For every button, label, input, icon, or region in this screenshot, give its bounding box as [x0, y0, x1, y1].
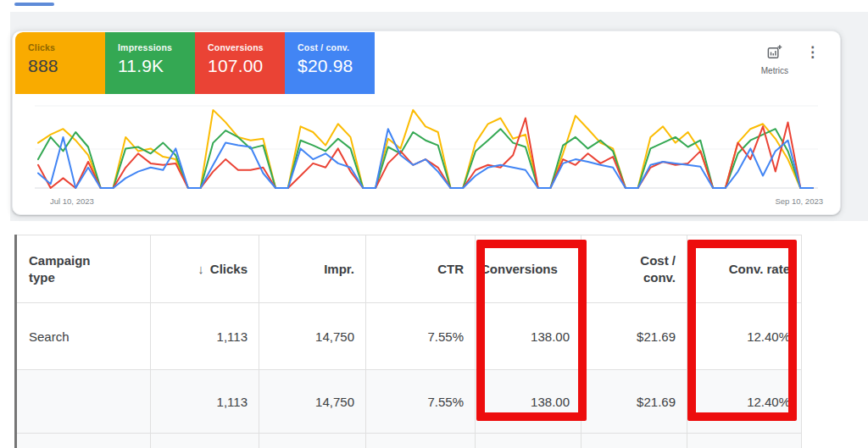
table-cell-1-4: 7.55% — [366, 303, 476, 370]
column-header-label: Campaign type — [29, 252, 120, 285]
table-cell-1-2: 1,113 — [151, 303, 259, 370]
scorecard-value: 11.9K — [118, 56, 195, 76]
chart-x-axis: Jul 10, 2023 Sep 10, 2023 — [25, 196, 828, 206]
metrics-button[interactable]: Metrics — [761, 44, 788, 75]
table-cell-partial-6 — [581, 434, 687, 448]
column-header-conv-rate[interactable]: Conv. rate — [687, 235, 802, 303]
axis-end-date: Sep 10, 2023 — [775, 196, 823, 206]
card-controls: Metrics ⋮ — [761, 44, 823, 75]
table-cell-partial-5 — [476, 434, 581, 448]
table-cell-2-7: 12.40% — [687, 370, 802, 434]
scorecard-conversions[interactable]: Conversions107.00 — [195, 32, 285, 94]
scorecard-label: Conversions — [208, 42, 285, 53]
column-header-ctr[interactable]: CTR — [366, 235, 476, 303]
scorecard-clicks[interactable]: Clicks888 — [15, 32, 105, 94]
scorecard-label: Cost / conv. — [298, 42, 375, 53]
column-header-conversions[interactable]: Conversions — [476, 235, 581, 303]
timeseries-chart: Jul 10, 2023 Sep 10, 2023 — [25, 102, 828, 206]
metric-scorecards: Clicks888Impressions11.9KConversions107.… — [15, 32, 375, 94]
table-cell-2-4: 7.55% — [366, 370, 476, 434]
table-cell-partial-4 — [366, 434, 476, 448]
column-header-label: Impr. — [324, 261, 354, 278]
scorecard-cost-conv[interactable]: Cost / conv.$20.98 — [285, 32, 375, 94]
performance-chart-card: Clicks888Impressions11.9KConversions107.… — [12, 30, 841, 215]
scorecard-value: 107.00 — [208, 56, 285, 76]
table-cell-1-6: $21.69 — [581, 303, 687, 370]
table-cell-2-5: 138.00 — [476, 370, 581, 434]
axis-start-date: Jul 10, 2023 — [50, 196, 94, 206]
table-cell-2-1 — [17, 370, 151, 434]
table-cell-2-3: 14,750 — [259, 370, 366, 434]
table-cell-1-3: 14,750 — [259, 303, 366, 370]
sort-descending-icon: ↓ — [198, 261, 204, 278]
metrics-button-label: Metrics — [761, 66, 788, 75]
column-header-label: Clicks — [210, 261, 248, 278]
metrics-chart-plus-icon — [766, 44, 782, 64]
column-header-impr[interactable]: Impr. — [259, 235, 366, 303]
google-ads-report-page: Clicks888Impressions11.9KConversions107.… — [0, 0, 868, 448]
scorecard-label: Impressions — [118, 42, 195, 53]
table-cell-partial-3 — [259, 434, 366, 448]
column-header-label: Cost / conv. — [625, 252, 676, 285]
table-cell-2-2: 1,113 — [151, 370, 259, 434]
table-cell-1-7: 12.40% — [687, 303, 802, 370]
scorecard-label: Clicks — [28, 42, 105, 53]
column-header-label: CTR — [437, 261, 464, 278]
scorecard-value: $20.98 — [298, 56, 375, 76]
scorecard-value: 888 — [28, 56, 105, 76]
chart-canvas — [25, 102, 828, 192]
column-header-label: Conv. rate — [729, 261, 790, 278]
chart-line-cost-conv — [38, 129, 813, 188]
scorecard-impressions[interactable]: Impressions11.9K — [105, 32, 195, 94]
table-cell-partial-2 — [151, 434, 259, 448]
table-cell-2-6: $21.69 — [581, 370, 687, 434]
table-cell-partial-7 — [687, 434, 802, 448]
cropped-blue-element — [14, 3, 54, 6]
column-header-campaign-type[interactable]: Campaign type — [17, 235, 151, 303]
more-options-icon[interactable]: ⋮ — [802, 44, 823, 60]
column-header-label: Conversions — [481, 261, 558, 278]
campaign-table: Campaign type↓ClicksImpr.CTRConversionsC… — [14, 235, 802, 448]
column-header-clicks[interactable]: ↓Clicks — [151, 235, 259, 303]
table-cell-1-5: 138.00 — [476, 303, 581, 370]
table-cell-partial-1 — [17, 434, 151, 448]
chart-line-conversions — [38, 119, 813, 189]
table-cell-1-1: Search — [17, 303, 151, 370]
column-header-cost-conv[interactable]: Cost / conv. — [581, 235, 687, 303]
